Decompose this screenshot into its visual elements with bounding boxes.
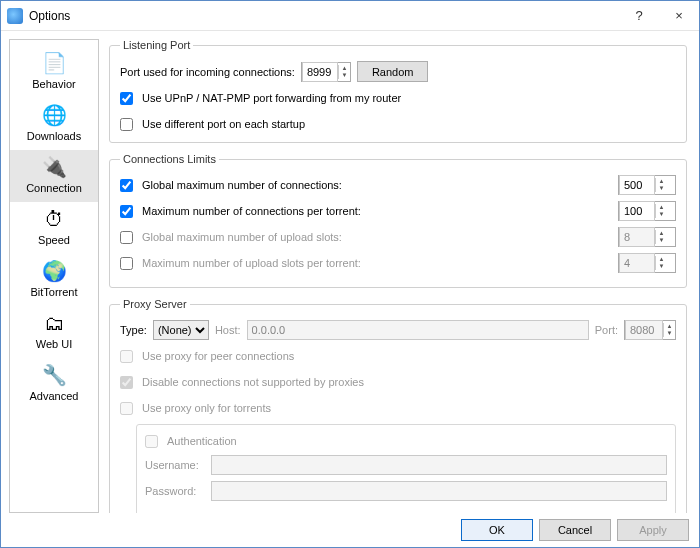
sidebar-item-label: Speed [10, 234, 98, 246]
spinner-arrows-icon[interactable]: ▲▼ [338, 65, 350, 79]
port-spinner[interactable]: ▲▼ [301, 62, 351, 82]
sidebar-item-connection[interactable]: 🔌 Connection [10, 150, 98, 202]
ok-button[interactable]: OK [461, 519, 533, 541]
proxy-peer-checkbox [120, 350, 133, 363]
sidebar-item-downloads[interactable]: 🌐 Downloads [10, 98, 98, 150]
proxy-port-label: Port: [595, 324, 618, 336]
downloads-icon: 🌐 [39, 102, 69, 128]
webui-icon: 🗂 [39, 310, 69, 336]
bittorrent-icon: 🌍 [39, 258, 69, 284]
spinner-arrows-icon: ▲▼ [663, 323, 675, 337]
help-button[interactable]: ? [619, 1, 659, 30]
auth-info-label: Info: The password is saved unencrypted [149, 507, 667, 513]
per-torrent-input[interactable] [619, 201, 655, 221]
global-upload-label: Global maximum number of upload slots: [142, 231, 614, 243]
behavior-icon: 📄 [39, 50, 69, 76]
connections-limits-group: Connections Limits Global maximum number… [109, 153, 687, 288]
close-button[interactable]: × [659, 1, 699, 30]
sidebar-item-label: Connection [10, 182, 98, 194]
diff-port-label: Use different port on each startup [142, 118, 305, 130]
spinner-arrows-icon[interactable]: ▲▼ [655, 204, 667, 218]
proxy-port-spinner: ▲▼ [624, 320, 676, 340]
per-torrent-label: Maximum number of connections per torren… [142, 205, 614, 217]
upnp-checkbox[interactable] [120, 92, 133, 105]
sidebar-item-bittorrent[interactable]: 🌍 BitTorrent [10, 254, 98, 306]
proxy-server-group: Proxy Server Type: (None) Host: Port: ▲▼… [109, 298, 687, 513]
app-icon [7, 8, 23, 24]
spinner-arrows-icon[interactable]: ▲▼ [655, 178, 667, 192]
per-torrent-upload-checkbox[interactable] [120, 257, 133, 270]
proxy-peer-label: Use proxy for peer connections [142, 350, 294, 362]
global-conn-spinner[interactable]: ▲▼ [618, 175, 676, 195]
upnp-label: Use UPnP / NAT-PMP port forwarding from … [142, 92, 401, 104]
username-label: Username: [145, 459, 205, 471]
spinner-arrows-icon: ▲▼ [655, 256, 667, 270]
group-legend: Connections Limits [120, 153, 219, 165]
cancel-button[interactable]: Cancel [539, 519, 611, 541]
global-conn-checkbox[interactable] [120, 179, 133, 192]
main-panel: Listening Port Port used for incoming co… [107, 39, 691, 513]
auth-checkbox [145, 435, 158, 448]
global-upload-input [619, 227, 655, 247]
proxy-auth-group: Authentication Username: Password: Info:… [136, 424, 676, 513]
group-legend: Listening Port [120, 39, 193, 51]
global-conn-input[interactable] [619, 175, 655, 195]
diff-port-checkbox[interactable] [120, 118, 133, 131]
sidebar-item-label: Downloads [10, 130, 98, 142]
proxy-type-select[interactable]: (None) [153, 320, 209, 340]
listening-port-group: Listening Port Port used for incoming co… [109, 39, 687, 143]
apply-button[interactable]: Apply [617, 519, 689, 541]
window-title: Options [29, 9, 619, 23]
speed-icon: ⏱ [39, 206, 69, 232]
dialog-footer: OK Cancel Apply [1, 513, 699, 547]
proxy-type-label: Type: [120, 324, 147, 336]
proxy-disable-label: Disable connections not supported by pro… [142, 376, 364, 388]
username-input [211, 455, 667, 475]
proxy-only-torrents-checkbox [120, 402, 133, 415]
proxy-only-torrents-label: Use proxy only for torrents [142, 402, 271, 414]
options-window: Options ? × 📄 Behavior 🌐 Downloads 🔌 Con… [0, 0, 700, 548]
per-torrent-checkbox[interactable] [120, 205, 133, 218]
random-button[interactable]: Random [357, 61, 429, 82]
sidebar-item-label: Web UI [10, 338, 98, 350]
port-input[interactable] [302, 62, 338, 82]
port-label: Port used for incoming connections: [120, 66, 295, 78]
per-torrent-upload-label: Maximum number of upload slots per torre… [142, 257, 614, 269]
per-torrent-spinner[interactable]: ▲▼ [618, 201, 676, 221]
password-label: Password: [145, 485, 205, 497]
sidebar-item-label: BitTorrent [10, 286, 98, 298]
proxy-port-input [625, 320, 663, 340]
global-upload-spinner: ▲▼ [618, 227, 676, 247]
proxy-host-label: Host: [215, 324, 241, 336]
per-torrent-upload-input [619, 253, 655, 273]
advanced-icon: 🔧 [39, 362, 69, 388]
proxy-disable-checkbox [120, 376, 133, 389]
global-conn-label: Global maximum number of connections: [142, 179, 614, 191]
auth-label: Authentication [167, 435, 237, 447]
sidebar-item-label: Advanced [10, 390, 98, 402]
sidebar-item-advanced[interactable]: 🔧 Advanced [10, 358, 98, 410]
password-input [211, 481, 667, 501]
global-upload-checkbox[interactable] [120, 231, 133, 244]
connection-icon: 🔌 [39, 154, 69, 180]
titlebar: Options ? × [1, 1, 699, 31]
per-torrent-upload-spinner: ▲▼ [618, 253, 676, 273]
sidebar-item-label: Behavior [10, 78, 98, 90]
sidebar: 📄 Behavior 🌐 Downloads 🔌 Connection ⏱ Sp… [9, 39, 99, 513]
sidebar-item-behavior[interactable]: 📄 Behavior [10, 46, 98, 98]
sidebar-item-speed[interactable]: ⏱ Speed [10, 202, 98, 254]
window-body: 📄 Behavior 🌐 Downloads 🔌 Connection ⏱ Sp… [1, 31, 699, 513]
proxy-host-input [247, 320, 589, 340]
spinner-arrows-icon: ▲▼ [655, 230, 667, 244]
sidebar-item-webui[interactable]: 🗂 Web UI [10, 306, 98, 358]
group-legend: Proxy Server [120, 298, 190, 310]
